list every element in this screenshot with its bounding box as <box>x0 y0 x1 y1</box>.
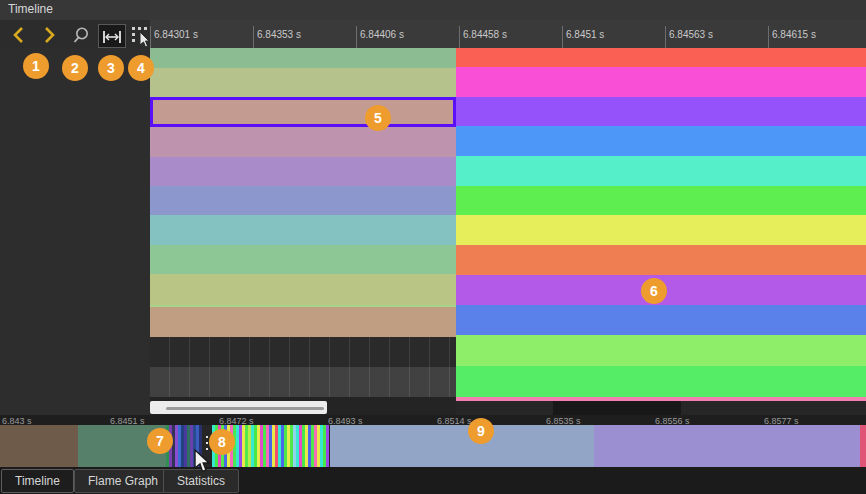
axis-tick <box>459 26 460 48</box>
timeline-event-segment-right[interactable] <box>456 215 866 245</box>
timeline-event-segment-right[interactable] <box>456 186 866 215</box>
track-label-panel <box>0 48 150 424</box>
overview-segment[interactable] <box>594 425 860 467</box>
overview-range-bar[interactable] <box>0 425 866 467</box>
axis-tick-label: 6.8451 s <box>566 29 604 40</box>
view-title: Timeline <box>8 2 53 16</box>
bottom-tabbar: TimelineFlame GraphStatistics <box>0 467 866 494</box>
annotation-badge-2: 2 <box>62 55 88 81</box>
timeline-event-segment-right[interactable] <box>456 305 866 335</box>
axis-tick-label: 6.84563 s <box>669 29 713 40</box>
handle-dots-icon <box>206 436 208 438</box>
timeline-event-segment-right[interactable] <box>456 67 866 97</box>
annotation-badge-7: 7 <box>147 428 173 454</box>
timeline-event-selected[interactable] <box>150 97 456 127</box>
overview-segment[interactable] <box>0 425 78 467</box>
view-full-range-button[interactable] <box>98 24 126 48</box>
timeline-grid-track-upper[interactable] <box>150 337 456 367</box>
timeline-event-segment-left[interactable] <box>150 186 456 215</box>
timeline-grid-track-lower[interactable] <box>150 367 456 397</box>
chevron-right-icon <box>40 30 58 47</box>
axis-tick-label: 6.84301 s <box>154 29 198 40</box>
timeline-event-segment-right[interactable] <box>456 397 866 401</box>
axis-tick-label: 6.84353 s <box>257 29 301 40</box>
timeline-event-segment-left[interactable] <box>150 274 456 305</box>
annotation-badge-1: 1 <box>23 53 49 79</box>
view-header <box>0 0 866 20</box>
timeline-event-segment-right[interactable] <box>456 48 866 67</box>
tab-timeline[interactable]: Timeline <box>1 469 74 493</box>
previous-event-button[interactable] <box>10 26 32 46</box>
magnifier-icon <box>71 32 91 49</box>
horizontal-scrollbar[interactable] <box>150 401 327 414</box>
overview-segment[interactable] <box>330 425 594 467</box>
timeline-event-segment-left[interactable] <box>150 307 456 337</box>
timeline-event-segment-right[interactable] <box>456 245 866 275</box>
overview-segment[interactable] <box>860 425 866 467</box>
timeline-event-segment-right[interactable] <box>456 126 866 156</box>
timeline-event-segment-left[interactable] <box>150 215 456 245</box>
axis-tick <box>253 26 254 48</box>
axis-tick <box>356 26 357 48</box>
overview-time-axis: 6.843 s6.8451 s6.8472 s6.8493 s6.8514 s6… <box>0 415 866 425</box>
axis-tick <box>768 26 769 48</box>
annotation-badge-3: 3 <box>98 55 124 81</box>
timeline-event-segment-right[interactable] <box>456 366 866 397</box>
timeline-event-segment-right[interactable] <box>456 156 866 186</box>
annotation-badge-4: 4 <box>128 55 154 81</box>
timeline-event-segment-left[interactable] <box>150 48 456 68</box>
tab-flame-graph[interactable]: Flame Graph <box>74 469 172 493</box>
annotation-badge-9: 9 <box>468 418 494 444</box>
scrollbar-thumb[interactable] <box>166 407 324 410</box>
overview-stripe[interactable] <box>326 425 329 467</box>
axis-tick-label: 6.84406 s <box>360 29 404 40</box>
fit-range-icon <box>99 28 125 50</box>
axis-tick <box>562 26 563 48</box>
timeline-event-segment-left[interactable] <box>150 68 456 97</box>
timeline-event-segment-right[interactable] <box>456 97 866 126</box>
mouse-cursor-icon <box>194 449 214 479</box>
chevron-left-icon <box>10 30 28 47</box>
annotation-badge-5: 5 <box>365 105 391 131</box>
next-event-button[interactable] <box>40 26 62 46</box>
timeline-event-segment-left[interactable] <box>150 127 456 157</box>
timeline-event-segment-left[interactable] <box>150 245 456 274</box>
timeline-event-segment-right[interactable] <box>456 335 866 366</box>
time-axis: 6.84301 s6.84353 s6.84406 s6.84458 s6.84… <box>150 20 866 48</box>
timeline-event-segment-left[interactable] <box>150 157 456 186</box>
annotation-badge-6: 6 <box>641 278 667 304</box>
axis-tick <box>665 26 666 48</box>
handle-dots-icon <box>206 442 208 444</box>
axis-tick <box>150 26 151 48</box>
zoom-control-button[interactable] <box>71 26 93 46</box>
axis-tick-label: 6.84458 s <box>463 29 507 40</box>
timeline-profiler-view: Timeline <box>0 0 866 494</box>
axis-tick-label: 6.84615 s <box>772 29 816 40</box>
